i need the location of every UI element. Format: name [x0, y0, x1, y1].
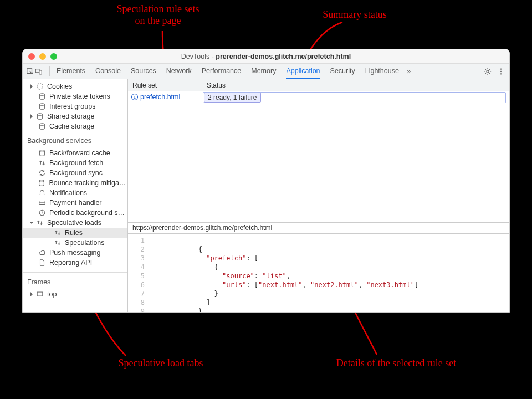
clock-icon — [38, 209, 46, 217]
sidebar-item-label: Rules — [65, 229, 83, 237]
db-icon — [38, 179, 45, 187]
db-icon — [38, 103, 46, 110]
ruleset-json-code: 1 2 {3 "prefetch": [4 {5 "source": "list… — [128, 234, 509, 313]
doc-icon — [38, 259, 46, 267]
status-column: 2 ready, 1 failure — [202, 91, 509, 222]
tab-application[interactable]: Application — [286, 64, 320, 79]
sidebar-item-label: Private state tokens — [49, 93, 110, 100]
sidebar-item-label: Background sync — [49, 169, 103, 177]
db-icon — [38, 149, 46, 157]
sidebar-item-label: Reporting API — [49, 259, 92, 267]
sidebar-item-top[interactable]: top — [23, 289, 127, 299]
devtools-window: DevTools - prerender-demos.glitch.me/pre… — [22, 49, 510, 313]
svg-point-4 — [500, 68, 502, 69]
frame-icon — [36, 290, 44, 298]
updown-icon — [36, 219, 44, 227]
sidebar-item-label: Bounce tracking mitigations — [49, 179, 127, 187]
bg-services-caption: Background services — [23, 134, 127, 146]
sidebar-item-rules[interactable]: Rules — [23, 228, 127, 238]
tab-memory[interactable]: Memory — [251, 64, 276, 79]
sidebar-item-speculative-loads[interactable]: Speculative loads — [23, 218, 127, 228]
sidebar-item-back-forward-cache[interactable]: Back/forward cache — [23, 148, 127, 158]
col-status-header[interactable]: Status — [202, 79, 509, 91]
sidebar-item-payment-handler[interactable]: Payment handler — [23, 198, 127, 208]
db-icon — [38, 122, 46, 130]
sidebar-item-bounce-tracking-mitigations[interactable]: Bounce tracking mitigations — [23, 178, 127, 188]
sidebar-item-reporting-api[interactable]: Reporting API — [23, 258, 127, 268]
expand-triangle-icon[interactable] — [30, 114, 33, 119]
card-icon — [38, 199, 46, 207]
ruleset-source-icon: i — [131, 94, 138, 100]
status-summary-pill[interactable]: 2 ready, 1 failure — [204, 93, 261, 103]
sidebar-item-background-sync[interactable]: Background sync — [23, 168, 127, 178]
svg-point-5 — [500, 70, 502, 71]
sidebar-item-label: Speculative loads — [47, 219, 101, 227]
inspect-icon[interactable] — [26, 68, 34, 75]
sidebar-item-label: Cache storage — [49, 122, 94, 130]
titlebar: DevTools - prerender-demos.glitch.me/pre… — [23, 49, 509, 64]
sidebar-item-label: Background fetch — [49, 159, 103, 167]
ruleset-row[interactable]: i prefetch.html — [128, 91, 202, 103]
devtools-tabbar: ElementsConsoleSourcesNetworkPerformance… — [23, 64, 509, 79]
annotation-rulesets: Speculation rule setson the page — [94, 3, 222, 26]
sidebar-item-shared-storage[interactable]: Shared storage — [23, 111, 127, 121]
settings-gear-icon[interactable] — [484, 68, 492, 75]
svg-rect-2 — [39, 70, 42, 74]
svg-point-10 — [38, 114, 43, 116]
kebab-menu-icon[interactable] — [497, 68, 505, 75]
sidebar-item-notifications[interactable]: Notifications — [23, 188, 127, 198]
frames-caption: Frames — [23, 275, 127, 287]
cookie-icon — [36, 83, 44, 90]
col-ruleset-header[interactable]: Rule set — [128, 79, 202, 91]
window-title: DevTools - prerender-demos.glitch.me/pre… — [23, 53, 509, 60]
tab-console[interactable]: Console — [95, 64, 121, 79]
sidebar-item-label: Payment handler — [49, 199, 102, 207]
tab-elements[interactable]: Elements — [57, 64, 85, 79]
sidebar-item-label: top — [47, 290, 57, 298]
sidebar-item-cache-storage[interactable]: Cache storage — [23, 121, 127, 131]
tab-security[interactable]: Security — [330, 64, 355, 79]
svg-point-9 — [40, 104, 45, 106]
sidebar-item-background-fetch[interactable]: Background fetch — [23, 158, 127, 168]
sidebar-item-periodic-background-sync[interactable]: Periodic background sync — [23, 208, 127, 218]
annotation-tabs: Speculative load tabs — [94, 357, 227, 369]
sidebar-item-cookies[interactable]: Cookies — [23, 81, 127, 91]
sidebar-item-interest-groups[interactable]: Interest groups — [23, 101, 127, 111]
updown-icon — [54, 229, 62, 237]
tab-performance[interactable]: Performance — [202, 64, 242, 79]
annotation-summary: Summary status — [299, 9, 410, 21]
sidebar-item-label: Interest groups — [49, 103, 95, 110]
status-row[interactable]: 2 ready, 1 failure — [203, 92, 506, 103]
sidebar-item-label: Shared storage — [47, 112, 94, 120]
sidebar-item-label: Cookies — [47, 83, 72, 90]
bell-icon — [38, 189, 46, 197]
grid-header: Rule set Status — [128, 79, 509, 91]
ruleset-link[interactable]: prefetch.html — [140, 93, 180, 101]
sidebar-item-private-state-tokens[interactable]: Private state tokens — [23, 91, 127, 101]
tab-network[interactable]: Network — [166, 64, 192, 79]
sync-icon — [38, 169, 46, 177]
sidebar-item-label: Push messaging — [49, 249, 100, 257]
sidebar-item-push-messaging[interactable]: Push messaging — [23, 248, 127, 258]
sidebar-item-speculations[interactable]: Speculations — [23, 238, 127, 248]
svg-rect-14 — [39, 201, 45, 205]
expand-triangle-icon[interactable] — [30, 292, 33, 296]
svg-point-7 — [37, 84, 43, 90]
device-icon[interactable] — [35, 68, 43, 75]
tab-lighthouse[interactable]: Lighthouse — [365, 64, 399, 79]
annotation-details: Details of the selected rule set — [308, 357, 485, 369]
svg-point-12 — [40, 150, 45, 152]
updown-icon — [54, 239, 62, 247]
svg-rect-17 — [37, 292, 43, 296]
tab-sources[interactable]: Sources — [131, 64, 156, 79]
expand-triangle-icon[interactable] — [30, 84, 33, 89]
ruleset-column: i prefetch.html — [128, 91, 202, 222]
db-icon — [38, 93, 46, 100]
svg-point-8 — [40, 94, 45, 96]
sidebar-item-label: Periodic background sync — [49, 209, 127, 217]
cloud-icon — [38, 249, 46, 257]
expand-triangle-icon[interactable] — [29, 222, 34, 224]
more-tabs-icon[interactable]: » — [407, 67, 411, 75]
main-panel: Rule set Status i prefetch.html 2 ready,… — [128, 79, 509, 312]
svg-point-6 — [500, 73, 502, 74]
